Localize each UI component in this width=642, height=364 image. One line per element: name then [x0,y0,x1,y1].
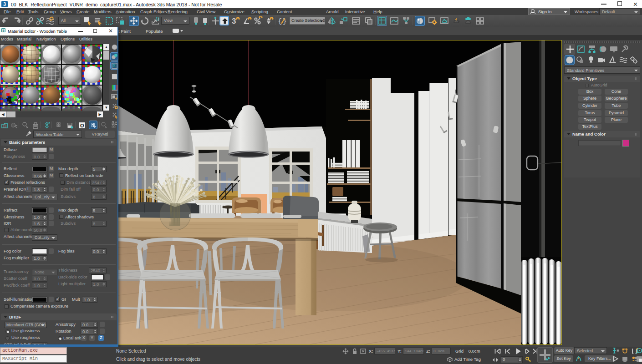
svg-text:{: { [278,18,282,25]
svg-text:3: 3 [232,17,236,25]
svg-text:O: O [80,123,84,128]
